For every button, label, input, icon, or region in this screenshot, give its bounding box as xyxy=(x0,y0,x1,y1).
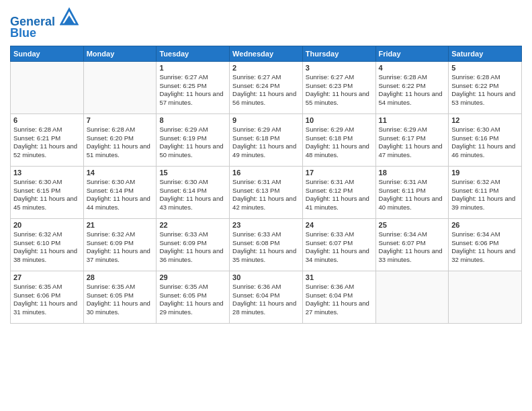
logo-icon xyxy=(60,7,79,26)
sunrise-text: Sunrise: 6:35 AM xyxy=(159,283,226,291)
weekday-header: Thursday xyxy=(302,46,375,61)
sunrise-text: Sunrise: 6:29 AM xyxy=(232,126,300,134)
calendar-cell xyxy=(83,61,157,113)
sunset-text: Sunset: 6:20 PM xyxy=(87,134,154,143)
daylight-text: Daylight: 11 hours and 29 minutes. xyxy=(159,300,226,317)
sunset-text: Sunset: 6:04 PM xyxy=(306,291,373,300)
day-info: Sunrise: 6:27 AM Sunset: 6:24 PM Dayligh… xyxy=(232,73,300,107)
daylight-text: Daylight: 11 hours and 42 minutes. xyxy=(232,195,300,212)
day-number: 31 xyxy=(306,273,373,281)
sunrise-text: Sunrise: 6:31 AM xyxy=(306,178,373,187)
header: General Blue xyxy=(10,7,522,40)
sunset-text: Sunset: 6:25 PM xyxy=(159,82,226,91)
sunrise-text: Sunrise: 6:29 AM xyxy=(379,126,446,134)
sunrise-text: Sunrise: 6:31 AM xyxy=(232,178,300,187)
sunset-text: Sunset: 6:24 PM xyxy=(232,82,300,91)
day-number: 25 xyxy=(379,221,446,229)
daylight-text: Daylight: 11 hours and 30 minutes. xyxy=(87,300,154,317)
sunrise-text: Sunrise: 6:36 AM xyxy=(306,283,373,291)
sunrise-text: Sunrise: 6:33 AM xyxy=(159,230,226,239)
day-number: 29 xyxy=(159,273,226,281)
sunrise-text: Sunrise: 6:36 AM xyxy=(232,283,300,291)
daylight-text: Daylight: 11 hours and 31 minutes. xyxy=(13,300,81,317)
sunset-text: Sunset: 6:18 PM xyxy=(232,134,300,143)
sunset-text: Sunset: 6:13 PM xyxy=(232,187,300,195)
calendar-cell: 19 Sunrise: 6:32 AM Sunset: 6:11 PM Dayl… xyxy=(449,166,522,218)
day-info: Sunrise: 6:32 AM Sunset: 6:11 PM Dayligh… xyxy=(451,178,519,212)
day-number: 28 xyxy=(87,273,154,281)
day-number: 20 xyxy=(13,221,81,229)
day-number: 14 xyxy=(87,169,154,177)
day-info: Sunrise: 6:31 AM Sunset: 6:11 PM Dayligh… xyxy=(379,178,446,212)
calendar-cell: 28 Sunrise: 6:35 AM Sunset: 6:05 PM Dayl… xyxy=(83,271,157,323)
calendar-cell: 9 Sunrise: 6:29 AM Sunset: 6:18 PM Dayli… xyxy=(230,113,303,166)
day-info: Sunrise: 6:29 AM Sunset: 6:19 PM Dayligh… xyxy=(159,126,226,160)
daylight-text: Daylight: 11 hours and 28 minutes. xyxy=(232,300,300,317)
day-number: 17 xyxy=(306,169,373,177)
sunrise-text: Sunrise: 6:31 AM xyxy=(379,178,446,187)
day-info: Sunrise: 6:29 AM Sunset: 6:18 PM Dayligh… xyxy=(306,126,373,160)
sunset-text: Sunset: 6:11 PM xyxy=(451,187,519,195)
sunrise-text: Sunrise: 6:33 AM xyxy=(306,230,373,239)
day-info: Sunrise: 6:36 AM Sunset: 6:04 PM Dayligh… xyxy=(232,283,300,317)
calendar-cell: 24 Sunrise: 6:33 AM Sunset: 6:07 PM Dayl… xyxy=(302,218,375,271)
sunrise-text: Sunrise: 6:34 AM xyxy=(451,230,519,239)
day-info: Sunrise: 6:28 AM Sunset: 6:22 PM Dayligh… xyxy=(379,73,446,107)
day-info: Sunrise: 6:27 AM Sunset: 6:23 PM Dayligh… xyxy=(306,73,373,107)
calendar-table: SundayMondayTuesdayWednesdayThursdayFrid… xyxy=(10,46,522,324)
calendar-cell: 27 Sunrise: 6:35 AM Sunset: 6:06 PM Dayl… xyxy=(11,271,84,323)
daylight-text: Daylight: 11 hours and 33 minutes. xyxy=(379,247,446,265)
day-number: 23 xyxy=(232,221,300,229)
page: General Blue SundayMondayTuesdayWednesda… xyxy=(0,0,532,411)
calendar-cell xyxy=(11,61,84,113)
sunset-text: Sunset: 6:06 PM xyxy=(451,239,519,248)
day-info: Sunrise: 6:27 AM Sunset: 6:25 PM Dayligh… xyxy=(159,73,226,107)
calendar-week-row: 6 Sunrise: 6:28 AM Sunset: 6:21 PM Dayli… xyxy=(11,113,522,166)
daylight-text: Daylight: 11 hours and 47 minutes. xyxy=(379,142,446,160)
sunrise-text: Sunrise: 6:28 AM xyxy=(451,73,519,82)
daylight-text: Daylight: 11 hours and 50 minutes. xyxy=(159,142,226,160)
calendar-cell: 13 Sunrise: 6:30 AM Sunset: 6:15 PM Dayl… xyxy=(11,166,84,218)
day-info: Sunrise: 6:28 AM Sunset: 6:21 PM Dayligh… xyxy=(13,126,81,160)
sunrise-text: Sunrise: 6:27 AM xyxy=(159,73,226,82)
calendar-cell: 31 Sunrise: 6:36 AM Sunset: 6:04 PM Dayl… xyxy=(302,271,375,323)
day-info: Sunrise: 6:30 AM Sunset: 6:14 PM Dayligh… xyxy=(159,178,226,212)
calendar-cell: 17 Sunrise: 6:31 AM Sunset: 6:12 PM Dayl… xyxy=(302,166,375,218)
calendar-week-row: 13 Sunrise: 6:30 AM Sunset: 6:15 PM Dayl… xyxy=(11,166,522,218)
day-info: Sunrise: 6:33 AM Sunset: 6:08 PM Dayligh… xyxy=(232,230,300,265)
calendar-cell: 21 Sunrise: 6:32 AM Sunset: 6:09 PM Dayl… xyxy=(83,218,157,271)
calendar-cell: 2 Sunrise: 6:27 AM Sunset: 6:24 PM Dayli… xyxy=(230,61,303,113)
calendar-cell: 6 Sunrise: 6:28 AM Sunset: 6:21 PM Dayli… xyxy=(11,113,84,166)
calendar-cell: 16 Sunrise: 6:31 AM Sunset: 6:13 PM Dayl… xyxy=(230,166,303,218)
calendar-week-row: 20 Sunrise: 6:32 AM Sunset: 6:10 PM Dayl… xyxy=(11,218,522,271)
day-info: Sunrise: 6:36 AM Sunset: 6:04 PM Dayligh… xyxy=(306,283,373,317)
day-number: 5 xyxy=(451,64,519,72)
daylight-text: Daylight: 11 hours and 44 minutes. xyxy=(87,195,154,212)
daylight-text: Daylight: 11 hours and 51 minutes. xyxy=(87,142,154,160)
sunrise-text: Sunrise: 6:28 AM xyxy=(379,73,446,82)
day-number: 7 xyxy=(87,116,154,124)
day-number: 1 xyxy=(159,64,226,72)
weekday-header: Wednesday xyxy=(230,46,303,61)
day-number: 26 xyxy=(451,221,519,229)
sunset-text: Sunset: 6:14 PM xyxy=(159,187,226,195)
weekday-header: Sunday xyxy=(11,46,84,61)
sunset-text: Sunset: 6:16 PM xyxy=(451,134,519,143)
calendar-cell xyxy=(449,271,522,323)
daylight-text: Daylight: 11 hours and 54 minutes. xyxy=(379,90,446,107)
weekday-header: Monday xyxy=(83,46,157,61)
daylight-text: Daylight: 11 hours and 46 minutes. xyxy=(451,142,519,160)
daylight-text: Daylight: 11 hours and 45 minutes. xyxy=(13,195,81,212)
sunset-text: Sunset: 6:18 PM xyxy=(306,134,373,143)
day-info: Sunrise: 6:30 AM Sunset: 6:16 PM Dayligh… xyxy=(451,126,519,160)
daylight-text: Daylight: 11 hours and 40 minutes. xyxy=(379,195,446,212)
day-info: Sunrise: 6:32 AM Sunset: 6:10 PM Dayligh… xyxy=(13,230,81,265)
sunrise-text: Sunrise: 6:35 AM xyxy=(13,283,81,291)
sunset-text: Sunset: 6:21 PM xyxy=(13,134,81,143)
daylight-text: Daylight: 11 hours and 35 minutes. xyxy=(232,247,300,265)
daylight-text: Daylight: 11 hours and 48 minutes. xyxy=(306,142,373,160)
daylight-text: Daylight: 11 hours and 39 minutes. xyxy=(451,195,519,212)
day-number: 6 xyxy=(13,116,81,124)
day-number: 2 xyxy=(232,64,300,72)
calendar-week-row: 27 Sunrise: 6:35 AM Sunset: 6:06 PM Dayl… xyxy=(11,271,522,323)
